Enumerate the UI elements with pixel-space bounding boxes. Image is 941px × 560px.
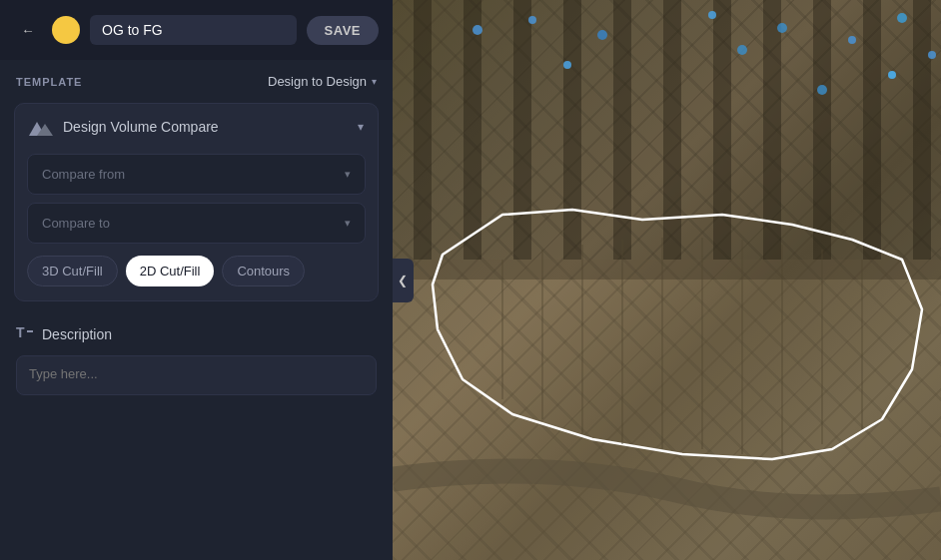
map-background: ❮ (393, 0, 941, 560)
svg-rect-3 (27, 330, 33, 332)
map-area: ❮ (393, 0, 941, 560)
contours-button[interactable]: Contours (222, 256, 305, 286)
aerial-imagery (393, 0, 941, 560)
compare-to-dropdown[interactable]: Compare to ▾ (27, 203, 366, 244)
compare-from-dropdown[interactable]: Compare from ▾ (27, 154, 366, 195)
mountains-icon (29, 118, 53, 136)
template-chevron-icon: ▾ (372, 76, 377, 87)
template-selected-value: Design to Design (268, 74, 367, 89)
3d-cutfill-button[interactable]: 3D Cut/Fill (27, 256, 118, 286)
text-format-icon: T (16, 323, 34, 345)
report-name-input[interactable] (90, 15, 297, 45)
back-button[interactable]: ← (14, 16, 42, 44)
card-header: Design Volume Compare ▾ (15, 104, 378, 146)
compare-from-label: Compare from (42, 167, 125, 182)
panel-collapse-button[interactable]: ❮ (393, 259, 414, 302)
card-title: Design Volume Compare (63, 119, 348, 135)
status-indicator (52, 16, 80, 44)
description-input[interactable] (16, 355, 377, 395)
collapse-chevron-icon: ❮ (398, 274, 408, 287)
template-row: TEMPLATE Design to Design ▾ (0, 60, 393, 99)
description-header: T Description (16, 323, 377, 345)
description-label: Description (42, 326, 112, 342)
svg-text:T: T (16, 324, 25, 340)
card-expand-icon[interactable]: ▾ (358, 120, 364, 134)
compare-from-chevron-icon: ▾ (345, 168, 351, 181)
2d-cutfill-button[interactable]: 2D Cut/Fill (126, 256, 215, 286)
view-buttons-group: 3D Cut/Fill 2D Cut/Fill Contours (15, 244, 378, 286)
template-dropdown[interactable]: Design to Design ▾ (268, 74, 377, 89)
description-section: T Description (0, 313, 393, 399)
save-button[interactable]: SAVE (307, 16, 379, 45)
header-bar: ← SAVE (0, 0, 393, 60)
left-panel: ← SAVE TEMPLATE Design to Design ▾ Desig… (0, 0, 393, 560)
template-label: TEMPLATE (16, 76, 82, 88)
back-icon: ← (21, 23, 34, 38)
compare-to-chevron-icon: ▾ (345, 217, 351, 230)
volume-compare-card: Design Volume Compare ▾ Compare from ▾ C… (14, 103, 379, 301)
compare-to-label: Compare to (42, 216, 110, 231)
